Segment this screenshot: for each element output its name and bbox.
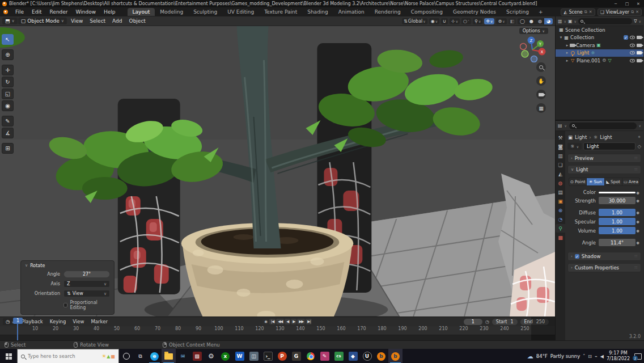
add-workspace-button[interactable]: +	[534, 9, 548, 15]
shadow-checkbox[interactable]: ✓	[575, 254, 579, 259]
disable-render-icon[interactable]	[637, 36, 642, 39]
timeline-track[interactable]	[0, 335, 555, 340]
hide-eye-icon[interactable]	[630, 59, 635, 62]
workspace-tab[interactable]: Shading	[302, 8, 333, 16]
unreal-button[interactable]: U	[360, 349, 374, 363]
workspace-tab[interactable]: Rendering	[370, 8, 406, 16]
mail-button[interactable]: ✉	[176, 349, 190, 363]
workspace-tab[interactable]: Compositing	[406, 8, 448, 16]
playhead-line[interactable]	[17, 324, 18, 340]
expand-icon[interactable]: ▸	[565, 50, 570, 55]
prev-keyframe-button[interactable]: ◀◀	[276, 319, 284, 324]
transform-orientation-selector[interactable]: ⇅ Global ∨	[402, 18, 427, 24]
light-panel-header[interactable]: ∨ Light ∷	[567, 165, 641, 174]
xray-toggle[interactable]: ◧	[509, 18, 516, 24]
timeline-ruler[interactable]: 1020304050607080901001101201301401501601…	[0, 326, 555, 335]
camtasia-button[interactable]: cs	[332, 349, 346, 363]
collection-checkbox[interactable]: ✓	[624, 35, 628, 40]
jump-end-button[interactable]: ▶|	[306, 319, 312, 324]
expand-icon[interactable]: ▸	[565, 43, 570, 48]
hide-eye-icon[interactable]	[630, 44, 635, 47]
animate-dot[interactable]: ●	[635, 229, 640, 233]
animate-dot[interactable]: ●	[635, 210, 640, 214]
navigation-gizmo[interactable]: Z Y X	[520, 35, 547, 62]
jump-start-button[interactable]: |◀	[269, 319, 276, 324]
editor-type-button[interactable]: ⬒ ∨	[2, 18, 18, 24]
tool-transform[interactable]: ◉	[2, 100, 14, 111]
shadow-panel-header[interactable]: › ✓ Shadow ∷	[567, 252, 641, 261]
light-type-button[interactable]: ⊙Point	[569, 178, 587, 185]
disable-render-icon[interactable]	[637, 44, 642, 47]
expand-icon[interactable]: ▾	[558, 35, 564, 40]
light-type-button[interactable]: ▭Area	[622, 178, 639, 185]
snapping-selector[interactable]: ⊹ ∨	[450, 18, 460, 24]
orthographic-toggle-button[interactable]: ▦	[536, 103, 546, 113]
tab-scene[interactable]: ◭	[556, 170, 565, 178]
property-value-field[interactable]: 30.000	[599, 197, 635, 204]
tool-move[interactable]: ✛	[2, 65, 14, 75]
rotate-panel-header[interactable]: ∨ Rotate	[25, 263, 110, 268]
hide-eye-icon[interactable]	[630, 36, 635, 39]
tab-collection[interactable]: ▤	[556, 188, 565, 196]
menu-item[interactable]: Help	[100, 9, 120, 15]
new-viewlayer-icon[interactable]: ⧉	[631, 10, 634, 14]
menu-item[interactable]: Edit	[28, 9, 45, 15]
tab-object[interactable]: ▣	[556, 197, 565, 205]
next-keyframe-button[interactable]: ▶▶	[297, 319, 305, 324]
tool-add-cube[interactable]: ⊞	[2, 143, 14, 154]
menu-item[interactable]: File	[11, 9, 28, 15]
task-view-button[interactable]: ⧉	[133, 349, 147, 363]
outliner-search-input[interactable]	[578, 18, 632, 24]
tool-rotate[interactable]: ↻	[2, 77, 14, 87]
snap-toggle[interactable]: ∪	[441, 18, 448, 24]
workspace-tab[interactable]: Texture Paint	[259, 8, 302, 16]
properties-options-icon[interactable]: ∨	[639, 124, 641, 128]
breadcrumb-object[interactable]: Light	[575, 134, 587, 140]
gimp-button[interactable]: G	[289, 349, 303, 363]
overlays-selector[interactable]: ⊚ ∨	[496, 18, 506, 24]
outliner-editor-type-button[interactable]: ▥	[558, 19, 562, 24]
settings-button[interactable]: ⚙	[204, 349, 218, 363]
workspace-tab[interactable]: Layout	[128, 8, 155, 16]
menu-item[interactable]: Render	[46, 9, 72, 15]
tab-view-layer[interactable]: ❏	[556, 161, 565, 169]
animate-dot[interactable]: ●	[635, 199, 640, 202]
play-reverse-button[interactable]: ◀	[285, 319, 290, 324]
animate-dot[interactable]: ●	[635, 191, 640, 195]
gizmos-selector[interactable]: ✛ ∨	[484, 18, 494, 24]
shading-wireframe-button[interactable]: ◯	[518, 18, 527, 24]
scene-selector[interactable]: ◭ Scene ⧉ ✕	[561, 9, 595, 16]
tab-render[interactable]: ◙	[556, 142, 565, 151]
timeline-menu-item[interactable]: Keying	[46, 319, 70, 324]
red-app-button[interactable]: ▨	[190, 349, 204, 363]
light-type-button[interactable]: ◣Spot	[605, 178, 622, 185]
filter-button[interactable]: ∇	[634, 19, 637, 24]
word-button[interactable]: W	[232, 349, 247, 363]
expand-icon[interactable]: ▸	[565, 58, 570, 63]
preview-panel-header[interactable]: › Preview ∷	[567, 154, 641, 163]
pin-icon[interactable]: ⌖	[638, 134, 641, 140]
orientation-select[interactable]: ⇅ View ∨	[63, 290, 110, 297]
tab-physics[interactable]: ◔	[556, 215, 565, 223]
blender-taskbar-button[interactable]: b	[374, 349, 388, 363]
shading-material-button[interactable]: ◍	[536, 18, 544, 24]
tab-world[interactable]: ◍	[556, 179, 565, 187]
play-button[interactable]: ▶	[291, 319, 296, 324]
network-icon[interactable]: ⌁	[595, 354, 598, 359]
start-button[interactable]	[0, 349, 17, 363]
outliner-row-plane[interactable]: ▸ ▽ Plane.001 ⚙ ▽	[556, 57, 643, 65]
property-value-field[interactable]: 1.00	[599, 227, 635, 234]
tool-cursor[interactable]: ⊕	[2, 49, 14, 60]
id-type-icon[interactable]: ☼∨	[567, 143, 582, 150]
viewport-canvas[interactable]: Options ∨ ↖⊕✛↻◱◉✎∡⊞ Z Y X	[0, 26, 555, 316]
workspace-tab[interactable]: Animation	[333, 8, 370, 16]
workspace-tab[interactable]: Modeling	[155, 8, 188, 16]
maximize-button[interactable]: □	[621, 2, 633, 6]
proportional-editing-checkbox[interactable]	[63, 303, 67, 307]
record-button[interactable]: ◉	[262, 319, 269, 324]
current-frame-field[interactable]: 1	[464, 319, 482, 325]
disable-render-icon[interactable]	[637, 51, 642, 54]
menu-item[interactable]: Window	[72, 9, 100, 15]
outliner-row-scene-collection[interactable]: ▦ Scene Collection	[556, 26, 643, 34]
viewport-menu-item[interactable]: Add	[109, 18, 125, 24]
